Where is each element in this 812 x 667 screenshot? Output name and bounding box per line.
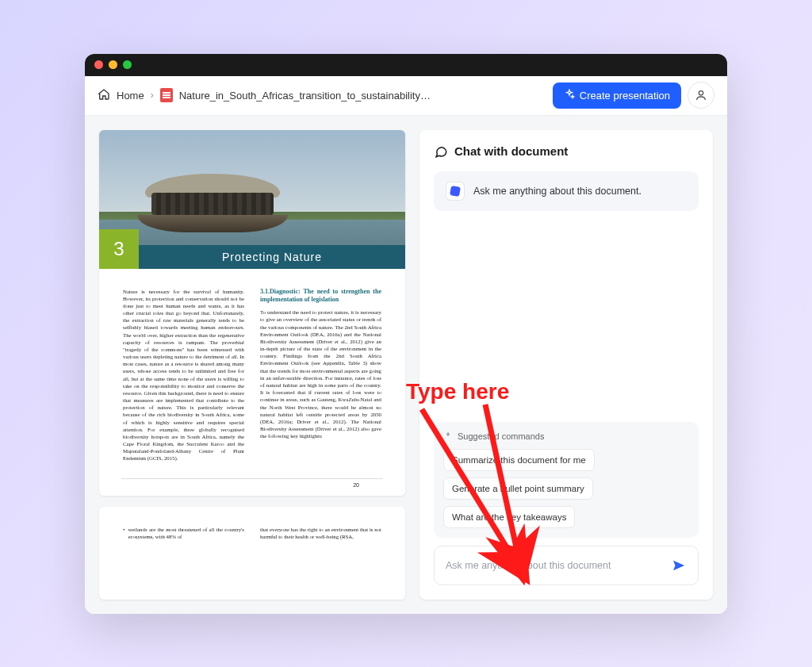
chat-header-title: Chat with document	[454, 144, 568, 158]
chevron-right-icon: ›	[151, 90, 154, 101]
document-page-2: • wetlands are the most threatened of al…	[99, 507, 405, 600]
create-presentation-label: Create presentation	[580, 90, 670, 102]
page-number: 20	[121, 478, 383, 496]
window-close-icon[interactable]	[94, 60, 103, 69]
create-presentation-button[interactable]: Create presentation	[553, 82, 681, 109]
breadcrumb-filename: Nature_in_South_Africas_transition_to_su…	[179, 90, 433, 102]
send-button[interactable]	[668, 554, 690, 577]
document-viewer[interactable]: 3 Protecting Nature Nature is necessary …	[99, 130, 405, 600]
window-maximize-icon[interactable]	[123, 60, 132, 69]
sparkle-icon	[564, 89, 575, 102]
home-icon[interactable]	[98, 88, 110, 103]
topbar: Home › Nature_in_South_Africas_transitio…	[85, 76, 727, 116]
suggested-commands-title: Suggested commands	[443, 431, 689, 441]
browser-window: Home › Nature_in_South_Africas_transitio…	[85, 54, 727, 614]
page2-column-right: that everyone has the right to an enviro…	[260, 526, 381, 540]
suggested-command-chip[interactable]: Generate a bullet point summary	[443, 477, 593, 500]
pdf-file-icon	[160, 88, 173, 102]
breadcrumb: Home › Nature_in_South_Africas_transitio…	[98, 88, 546, 103]
chat-input[interactable]	[446, 560, 661, 571]
assistant-avatar-icon	[446, 182, 464, 200]
chat-input-row	[434, 546, 699, 585]
page-column-right: 3.1.Diagnostic: The need to strengthen t…	[260, 288, 381, 462]
sparkle-small-icon	[443, 431, 453, 441]
assistant-message: Ask me anything about this document.	[434, 171, 699, 211]
window-titlebar	[85, 54, 727, 76]
window-minimize-icon[interactable]	[109, 60, 117, 69]
chapter-title: Protecting Nature	[139, 245, 405, 269]
section-heading: 3.1.Diagnostic: The need to strengthen t…	[260, 288, 381, 305]
workspace: 3 Protecting Nature Nature is necessary …	[85, 116, 727, 614]
suggested-commands-panel: Suggested commands Summarize this docume…	[434, 422, 699, 538]
chat-header: Chat with document	[434, 144, 699, 159]
suggested-command-chip[interactable]: Summarize this document for me	[443, 449, 595, 471]
chat-bubble-icon	[434, 144, 448, 159]
page-column-left: Nature is necessary for the survival of …	[123, 288, 244, 462]
svg-point-0	[699, 91, 703, 95]
page2-column-left: • wetlands are the most threatened of al…	[123, 526, 244, 540]
breadcrumb-home[interactable]: Home	[117, 90, 144, 102]
assistant-message-text: Ask me anything about this document.	[473, 186, 642, 197]
send-icon	[672, 558, 686, 573]
user-icon	[695, 89, 707, 102]
chat-panel: Chat with document Ask me anything about…	[419, 130, 713, 600]
suggested-command-chip[interactable]: What are the key takeaways	[443, 506, 575, 528]
chapter-number-badge: 3	[99, 229, 139, 269]
chapter-hero-image: 3 Protecting Nature	[99, 130, 405, 269]
document-page-1: 3 Protecting Nature Nature is necessary …	[99, 130, 405, 496]
account-button[interactable]	[688, 82, 714, 109]
